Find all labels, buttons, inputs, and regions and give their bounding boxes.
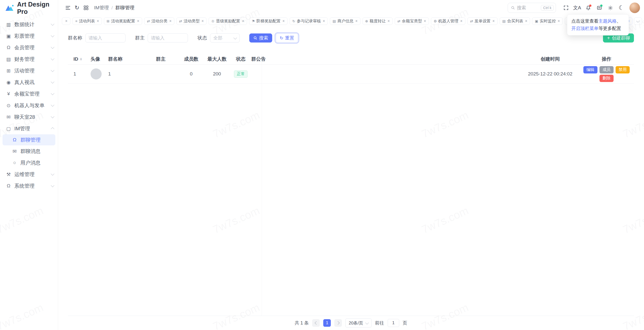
- pagination-total: 共 1 条: [295, 320, 309, 326]
- prev-page-button[interactable]: [312, 319, 320, 327]
- top-menu-link[interactable]: 开启顶栏菜单: [571, 26, 598, 31]
- page-size-select[interactable]: 20条/页: [345, 318, 372, 327]
- gear-icon: [608, 5, 613, 11]
- close-icon[interactable]: ×: [355, 19, 357, 23]
- delete-button[interactable]: 删除: [599, 75, 614, 82]
- reset-icon: ↻: [280, 35, 283, 41]
- sidebar-item-finance[interactable]: ▤ 财务管理: [0, 53, 58, 65]
- group-owner-input[interactable]: [148, 33, 188, 43]
- tab-activity-category[interactable]: ⇄活动分类×: [144, 17, 174, 25]
- tab-activity-list[interactable]: ≡活动列表×: [72, 17, 102, 25]
- tab-group-buy-list[interactable]: ▤合买列表×: [500, 17, 530, 25]
- tab-promotion-reward-config[interactable]: ♔晋级奖励配置×: [209, 17, 247, 25]
- column-header-id[interactable]: ID ▲▼: [68, 56, 91, 62]
- tab-participation-review[interactable]: ↻参与记录审核×: [290, 17, 328, 25]
- chevron-down-icon: [51, 45, 54, 49]
- next-page-button[interactable]: [334, 319, 342, 327]
- sidebar-item-user-messages[interactable]: ○ 用户消息: [0, 157, 58, 169]
- edit-button[interactable]: 编辑: [583, 66, 597, 73]
- tools-icon: ⚒: [6, 172, 12, 177]
- apps-grid-button[interactable]: [82, 3, 91, 12]
- disable-button[interactable]: 禁用: [616, 66, 630, 73]
- list-icon: ≡: [75, 19, 77, 23]
- close-icon[interactable]: ×: [492, 19, 495, 23]
- breadcrumb-parent[interactable]: IM管理: [94, 5, 109, 11]
- column-header-name: 群名称: [108, 56, 156, 62]
- tab-activity-type[interactable]: ⇄活动类型×: [176, 17, 207, 25]
- sidebar-item-ops[interactable]: ⚒ 运维管理: [0, 169, 58, 180]
- member-button[interactable]: 成员: [599, 66, 614, 73]
- global-search-input[interactable]: 搜索 Ctrl k: [508, 3, 556, 13]
- close-icon[interactable]: ×: [323, 19, 325, 23]
- filter-group-owner: 群主: [135, 33, 188, 43]
- group-name-input[interactable]: [85, 33, 126, 43]
- messages-button[interactable]: [595, 3, 604, 12]
- filter-group-name: 群名称: [68, 33, 126, 43]
- tab-robot-mgmt[interactable]: ⚙机器人管理×: [431, 17, 465, 25]
- tab-truncated[interactable]: ×: [62, 17, 70, 25]
- sidebar-item-live-video[interactable]: ◉ 真人视讯: [0, 76, 58, 88]
- close-icon[interactable]: ×: [558, 19, 560, 23]
- sort-icon[interactable]: ▲▼: [80, 58, 82, 61]
- sidebar-item-activities[interactable]: ⊞ 活动管理: [0, 65, 58, 76]
- tabs-dropdown-button[interactable]: [634, 17, 642, 25]
- fullscreen-icon: [564, 5, 569, 10]
- bubble-icon: ○: [12, 160, 18, 166]
- status-select[interactable]: 全部: [210, 33, 240, 43]
- sidebar-item-chatroom28[interactable]: ✉ 聊天室28: [0, 111, 58, 123]
- reset-button[interactable]: ↻ 重置: [276, 33, 298, 43]
- tab-live-monitor[interactable]: ▣实时监控×: [532, 17, 563, 25]
- language-button[interactable]: 文A: [573, 3, 582, 12]
- page-number-current[interactable]: 1: [323, 319, 331, 327]
- search-button[interactable]: 搜索: [249, 33, 272, 43]
- tab-yuebao-type[interactable]: ⇄余额宝类型×: [395, 17, 429, 25]
- sidebar-item-group-chat-mgmt[interactable]: Ω 群聊管理: [3, 134, 55, 145]
- close-icon[interactable]: ×: [65, 19, 67, 23]
- close-icon[interactable]: ×: [424, 19, 426, 23]
- page-size-value: 20条/页: [349, 320, 363, 326]
- refresh-button[interactable]: ↻: [72, 3, 82, 12]
- close-icon[interactable]: ×: [169, 19, 172, 23]
- sidebar-item-im[interactable]: ▢ IM管理: [0, 123, 58, 134]
- tab-order-settings[interactable]: ⇄发单设置×: [467, 17, 498, 25]
- cell-name: 1: [108, 71, 156, 77]
- sidebar-item-robot[interactable]: ⊙ 机器人与发单: [0, 100, 58, 111]
- translate-icon: 文A: [573, 5, 581, 11]
- sidebar-item-members[interactable]: Ω 会员管理: [0, 42, 58, 53]
- close-icon[interactable]: ×: [460, 19, 462, 23]
- tabbar: × ≡活动列表× ⊞活动奖励配置× ⇄活动分类× ⇄活动类型× ♔晋级奖励配置×…: [58, 16, 644, 27]
- notifications-button[interactable]: [584, 3, 593, 12]
- close-icon[interactable]: ×: [202, 19, 204, 23]
- tab-ladder-reward-config[interactable]: ⚑阶梯奖励配置×: [249, 17, 288, 25]
- goto-label: 前往: [375, 320, 384, 326]
- close-icon[interactable]: ×: [137, 19, 139, 23]
- goto-page-input[interactable]: [388, 319, 399, 327]
- theme-style-link[interactable]: 主题风格: [598, 19, 617, 24]
- avatar[interactable]: [629, 3, 640, 13]
- sidebar-item-group-messages[interactable]: ✉ 群聊消息: [0, 145, 58, 157]
- close-icon[interactable]: ×: [283, 19, 285, 23]
- users-icon: Ω: [12, 137, 18, 143]
- tab-quota-transfer[interactable]: ⊕额度转让×: [363, 17, 393, 25]
- sidebar-item-lottery[interactable]: ▣ 彩票管理: [0, 30, 58, 42]
- fullscreen-button[interactable]: [561, 3, 571, 12]
- app-title: Art Design Pro: [17, 1, 58, 15]
- breadcrumb-current: 群聊管理: [115, 5, 134, 11]
- close-icon[interactable]: ×: [525, 19, 527, 23]
- sort-icon: ⇄: [397, 19, 400, 23]
- sidebar-item-system[interactable]: Ω 系统管理: [0, 180, 58, 192]
- close-icon[interactable]: ×: [242, 19, 244, 23]
- tab-merchant-info[interactable]: ▤商户信息×: [330, 17, 360, 25]
- sidebar-item-yuebao[interactable]: ¥ 余额宝管理: [0, 88, 58, 100]
- collapse-menu-button[interactable]: [63, 3, 72, 12]
- close-icon[interactable]: ×: [387, 19, 390, 23]
- sidebar-item-data-stats[interactable]: ▥ 数据统计: [0, 19, 58, 30]
- tab-activity-reward-config[interactable]: ⊞活动奖励配置×: [104, 17, 142, 25]
- transfer-icon: ⊕: [365, 19, 368, 23]
- close-icon[interactable]: ×: [97, 19, 99, 23]
- group-owner-label: 群主: [135, 35, 145, 41]
- settings-button[interactable]: [606, 3, 615, 12]
- dark-mode-button[interactable]: ☾: [617, 3, 626, 12]
- chevron-down-icon: [51, 115, 54, 118]
- yuan-icon: ¥: [6, 91, 12, 97]
